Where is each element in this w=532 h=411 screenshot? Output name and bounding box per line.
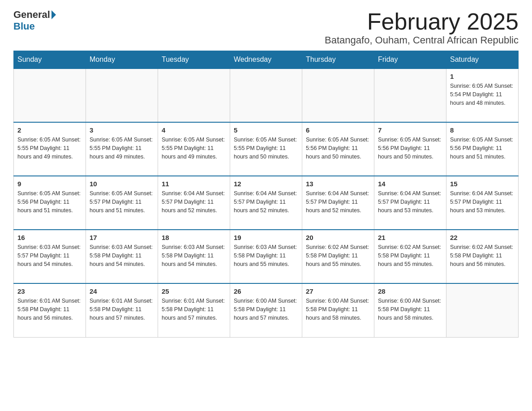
day-number: 23	[17, 287, 82, 295]
page-subtitle: Batangafo, Ouham, Central African Republ…	[325, 34, 519, 46]
logo-blue-text: Blue	[13, 21, 35, 32]
day-number: 20	[306, 234, 370, 241]
day-info: Sunrise: 6:03 AM Sunset: 5:57 PM Dayligh…	[17, 243, 82, 268]
logo-general-text: General	[13, 9, 50, 21]
calendar-cell: 12Sunrise: 6:04 AM Sunset: 5:57 PM Dayli…	[230, 176, 302, 230]
day-number: 24	[90, 287, 154, 295]
calendar-cell: 28Sunrise: 6:00 AM Sunset: 5:58 PM Dayli…	[374, 283, 446, 337]
day-number: 1	[450, 73, 515, 80]
calendar-cell: 6Sunrise: 6:05 AM Sunset: 5:56 PM Daylig…	[302, 122, 374, 176]
day-info: Sunrise: 6:01 AM Sunset: 5:58 PM Dayligh…	[162, 297, 226, 322]
calendar-header-row: SundayMondayTuesdayWednesdayThursdayFrid…	[14, 51, 519, 69]
header-monday: Monday	[86, 51, 158, 69]
calendar-week-row: 1Sunrise: 6:05 AM Sunset: 5:54 PM Daylig…	[14, 68, 519, 122]
header-tuesday: Tuesday	[158, 51, 230, 69]
day-info: Sunrise: 6:05 AM Sunset: 5:56 PM Dayligh…	[17, 189, 82, 214]
day-info: Sunrise: 6:05 AM Sunset: 5:55 PM Dayligh…	[234, 136, 298, 161]
day-number: 8	[450, 126, 515, 134]
calendar-cell: 13Sunrise: 6:04 AM Sunset: 5:57 PM Dayli…	[302, 176, 374, 230]
calendar-cell	[374, 68, 446, 122]
calendar-cell	[230, 68, 302, 122]
calendar-cell: 18Sunrise: 6:03 AM Sunset: 5:58 PM Dayli…	[158, 230, 230, 283]
calendar-cell: 23Sunrise: 6:01 AM Sunset: 5:58 PM Dayli…	[14, 283, 86, 337]
calendar-week-row: 2Sunrise: 6:05 AM Sunset: 5:55 PM Daylig…	[14, 122, 519, 176]
calendar-cell: 7Sunrise: 6:05 AM Sunset: 5:56 PM Daylig…	[374, 122, 446, 176]
calendar-cell: 16Sunrise: 6:03 AM Sunset: 5:57 PM Dayli…	[14, 230, 86, 283]
day-info: Sunrise: 6:05 AM Sunset: 5:56 PM Dayligh…	[378, 136, 442, 161]
day-number: 18	[162, 234, 226, 241]
day-info: Sunrise: 6:02 AM Sunset: 5:58 PM Dayligh…	[450, 243, 515, 268]
header-friday: Friday	[374, 51, 446, 69]
calendar-cell: 11Sunrise: 6:04 AM Sunset: 5:57 PM Dayli…	[158, 176, 230, 230]
calendar-cell: 5Sunrise: 6:05 AM Sunset: 5:55 PM Daylig…	[230, 122, 302, 176]
calendar-cell: 3Sunrise: 6:05 AM Sunset: 5:55 PM Daylig…	[86, 122, 158, 176]
day-number: 26	[234, 287, 298, 295]
calendar-cell: 20Sunrise: 6:02 AM Sunset: 5:58 PM Dayli…	[302, 230, 374, 283]
calendar-cell: 27Sunrise: 6:00 AM Sunset: 5:58 PM Dayli…	[302, 283, 374, 337]
day-number: 11	[162, 180, 226, 188]
page-title: February 2025	[325, 9, 519, 34]
calendar-cell: 22Sunrise: 6:02 AM Sunset: 5:58 PM Dayli…	[446, 230, 519, 283]
header-sunday: Sunday	[14, 51, 86, 69]
day-info: Sunrise: 6:05 AM Sunset: 5:55 PM Dayligh…	[90, 136, 154, 161]
day-info: Sunrise: 6:02 AM Sunset: 5:58 PM Dayligh…	[378, 243, 442, 268]
calendar-cell: 15Sunrise: 6:04 AM Sunset: 5:57 PM Dayli…	[446, 176, 519, 230]
calendar-cell: 26Sunrise: 6:00 AM Sunset: 5:58 PM Dayli…	[230, 283, 302, 337]
day-number: 21	[378, 234, 442, 241]
day-info: Sunrise: 6:03 AM Sunset: 5:58 PM Dayligh…	[234, 243, 298, 268]
calendar-cell: 17Sunrise: 6:03 AM Sunset: 5:58 PM Dayli…	[86, 230, 158, 283]
calendar-cell: 24Sunrise: 6:01 AM Sunset: 5:58 PM Dayli…	[86, 283, 158, 337]
day-number: 2	[17, 126, 82, 134]
calendar-body: 1Sunrise: 6:05 AM Sunset: 5:54 PM Daylig…	[14, 68, 519, 337]
day-number: 15	[450, 180, 515, 188]
calendar-cell	[14, 68, 86, 122]
day-info: Sunrise: 6:04 AM Sunset: 5:57 PM Dayligh…	[162, 189, 226, 214]
day-number: 10	[90, 180, 154, 188]
header-wednesday: Wednesday	[230, 51, 302, 69]
calendar-cell: 2Sunrise: 6:05 AM Sunset: 5:55 PM Daylig…	[14, 122, 86, 176]
day-info: Sunrise: 6:05 AM Sunset: 5:54 PM Dayligh…	[450, 82, 515, 107]
calendar-week-row: 16Sunrise: 6:03 AM Sunset: 5:57 PM Dayli…	[14, 230, 519, 283]
calendar-week-row: 23Sunrise: 6:01 AM Sunset: 5:58 PM Dayli…	[14, 283, 519, 337]
day-number: 17	[90, 234, 154, 241]
day-info: Sunrise: 6:04 AM Sunset: 5:57 PM Dayligh…	[306, 189, 370, 214]
day-info: Sunrise: 6:05 AM Sunset: 5:55 PM Dayligh…	[162, 136, 226, 161]
logo: General Blue	[13, 9, 56, 32]
day-number: 9	[17, 180, 82, 188]
logo-arrow-icon	[51, 10, 56, 19]
day-number: 25	[162, 287, 226, 295]
day-info: Sunrise: 6:04 AM Sunset: 5:57 PM Dayligh…	[234, 189, 298, 214]
calendar-cell	[86, 68, 158, 122]
calendar-cell	[446, 283, 519, 337]
calendar-cell: 10Sunrise: 6:05 AM Sunset: 5:57 PM Dayli…	[86, 176, 158, 230]
calendar-table: SundayMondayTuesdayWednesdayThursdayFrid…	[13, 51, 519, 338]
calendar-cell: 14Sunrise: 6:04 AM Sunset: 5:57 PM Dayli…	[374, 176, 446, 230]
calendar-cell: 21Sunrise: 6:02 AM Sunset: 5:58 PM Dayli…	[374, 230, 446, 283]
day-info: Sunrise: 6:02 AM Sunset: 5:58 PM Dayligh…	[306, 243, 370, 268]
day-info: Sunrise: 6:05 AM Sunset: 5:55 PM Dayligh…	[17, 136, 82, 161]
calendar-cell	[302, 68, 374, 122]
day-number: 5	[234, 126, 298, 134]
day-info: Sunrise: 6:00 AM Sunset: 5:58 PM Dayligh…	[234, 297, 298, 322]
calendar-week-row: 9Sunrise: 6:05 AM Sunset: 5:56 PM Daylig…	[14, 176, 519, 230]
day-info: Sunrise: 6:01 AM Sunset: 5:58 PM Dayligh…	[90, 297, 154, 322]
day-number: 3	[90, 126, 154, 134]
day-number: 13	[306, 180, 370, 188]
calendar-cell: 9Sunrise: 6:05 AM Sunset: 5:56 PM Daylig…	[14, 176, 86, 230]
day-number: 6	[306, 126, 370, 134]
calendar-cell: 19Sunrise: 6:03 AM Sunset: 5:58 PM Dayli…	[230, 230, 302, 283]
page-header: General Blue February 2025 Batangafo, Ou…	[13, 9, 519, 46]
calendar-cell	[158, 68, 230, 122]
day-number: 16	[17, 234, 82, 241]
day-number: 14	[378, 180, 442, 188]
day-info: Sunrise: 6:00 AM Sunset: 5:58 PM Dayligh…	[378, 297, 442, 322]
calendar-cell: 1Sunrise: 6:05 AM Sunset: 5:54 PM Daylig…	[446, 68, 519, 122]
day-info: Sunrise: 6:04 AM Sunset: 5:57 PM Dayligh…	[450, 189, 515, 214]
day-info: Sunrise: 6:03 AM Sunset: 5:58 PM Dayligh…	[90, 243, 154, 268]
day-number: 28	[378, 287, 442, 295]
calendar-header: SundayMondayTuesdayWednesdayThursdayFrid…	[14, 51, 519, 69]
day-number: 12	[234, 180, 298, 188]
header-saturday: Saturday	[446, 51, 519, 69]
day-number: 27	[306, 287, 370, 295]
calendar-cell: 25Sunrise: 6:01 AM Sunset: 5:58 PM Dayli…	[158, 283, 230, 337]
